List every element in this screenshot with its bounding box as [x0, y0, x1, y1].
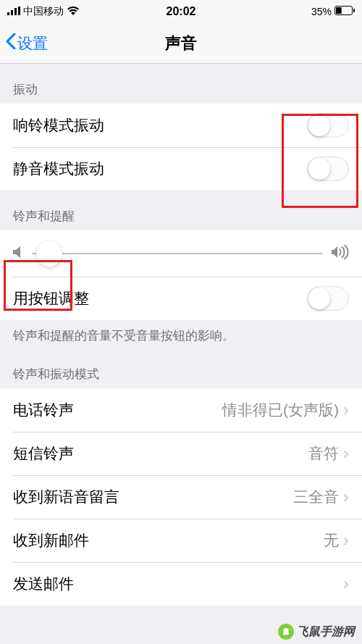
- wifi-icon: [67, 6, 80, 17]
- svg-rect-5: [336, 7, 342, 14]
- cell-vibrate-on-silent: 静音模式振动: [0, 147, 362, 191]
- cell-vibrate-on-ring: 响铃模式振动: [0, 104, 362, 147]
- status-bar: 中国移动 20:02 35%: [0, 0, 362, 23]
- chevron-left-icon: [6, 33, 16, 53]
- chevron-right-icon: ›: [343, 445, 349, 462]
- volume-slider-cell: [0, 230, 362, 277]
- back-button[interactable]: 设置: [6, 33, 48, 54]
- cell-value: 三全音: [293, 487, 339, 507]
- statusbar-time: 20:02: [167, 5, 196, 18]
- section-header-vibration: 振动: [0, 64, 362, 104]
- ringer-group: 用按钮调整: [0, 230, 362, 320]
- svg-rect-3: [18, 7, 20, 15]
- volume-slider-thumb[interactable]: [36, 241, 62, 267]
- vibration-group: 响铃模式振动 静音模式振动: [0, 104, 362, 191]
- cell-value: 音符: [308, 443, 339, 464]
- cell-value: 无: [324, 530, 339, 551]
- battery-pct-label: 35%: [311, 6, 332, 17]
- switch-vibrate-on-silent[interactable]: [307, 156, 349, 181]
- watermark-icon: [278, 624, 294, 640]
- cell-text-tone[interactable]: 短信铃声 音符 ›: [0, 432, 362, 475]
- patterns-group: 电话铃声 情非得已(女声版) › 短信铃声 音符 › 收到新语音留言 三全音 ›…: [0, 388, 362, 606]
- back-label: 设置: [17, 33, 48, 54]
- carrier-label: 中国移动: [23, 5, 64, 18]
- svg-rect-1: [11, 10, 13, 15]
- watermark: 飞鼠手游网: [278, 624, 355, 640]
- cell-label: 收到新语音留言: [13, 487, 119, 507]
- switch-change-with-buttons[interactable]: [307, 286, 349, 311]
- page-title: 声音: [165, 33, 197, 54]
- svg-rect-2: [14, 8, 17, 15]
- svg-rect-0: [7, 12, 9, 15]
- cell-label: 静音模式振动: [13, 159, 104, 179]
- signal-icon: [7, 6, 20, 17]
- svg-rect-6: [353, 9, 355, 12]
- cell-sent-mail[interactable]: 发送邮件 ›: [0, 562, 362, 606]
- chevron-right-icon: ›: [343, 401, 349, 419]
- cell-new-voicemail[interactable]: 收到新语音留言 三全音 ›: [0, 475, 362, 519]
- section-header-patterns: 铃声和振动模式: [0, 348, 362, 388]
- navigation-bar: 设置 声音: [0, 23, 362, 64]
- section-header-ringer: 铃声和提醒: [0, 191, 362, 230]
- cell-label: 收到新邮件: [13, 530, 89, 551]
- cell-new-mail[interactable]: 收到新邮件 无 ›: [0, 519, 362, 562]
- chevron-right-icon: ›: [343, 575, 349, 593]
- volume-mute-icon: [13, 246, 23, 262]
- watermark-text: 飞鼠手游网: [297, 624, 355, 640]
- volume-loud-icon: [332, 245, 349, 262]
- battery-icon: [334, 6, 355, 17]
- cell-label: 短信铃声: [13, 443, 74, 464]
- switch-vibrate-on-ring[interactable]: [307, 113, 349, 138]
- cell-label: 响铃模式振动: [13, 115, 104, 135]
- cell-label: 电话铃声: [13, 400, 74, 420]
- volume-slider[interactable]: [32, 253, 323, 254]
- cell-label: 用按钮调整: [13, 288, 89, 309]
- chevron-right-icon: ›: [343, 532, 349, 549]
- section-footer-ringer: 铃声和提醒的音量不受音量按钮的影响。: [0, 320, 362, 348]
- cell-label: 发送邮件: [13, 574, 74, 594]
- cell-change-with-buttons: 用按钮调整: [0, 277, 362, 320]
- chevron-right-icon: ›: [343, 488, 349, 506]
- cell-ringtone[interactable]: 电话铃声 情非得已(女声版) ›: [0, 388, 362, 432]
- cell-value: 情非得已(女声版): [222, 400, 339, 420]
